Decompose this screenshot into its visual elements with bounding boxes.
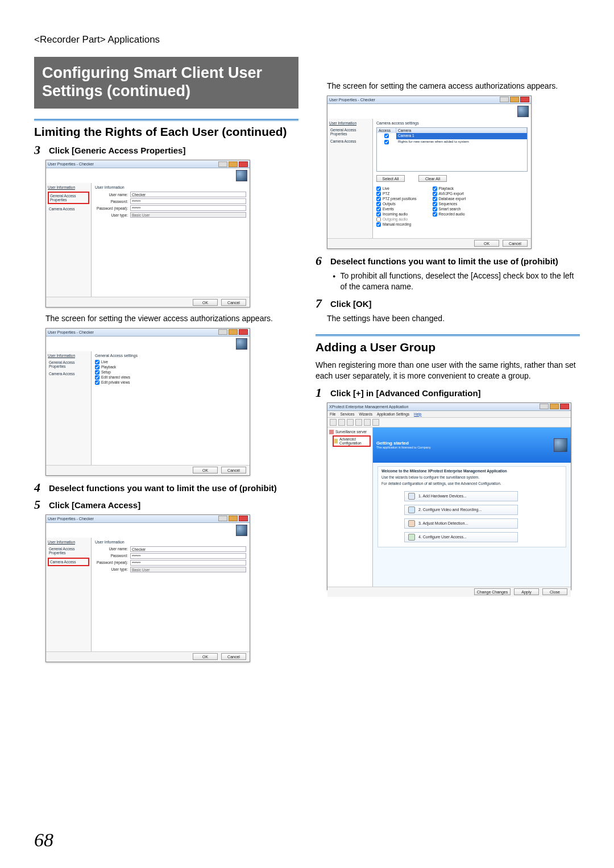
select-all-button[interactable]: Select All xyxy=(376,175,405,182)
checkbox-sequences[interactable]: Sequences xyxy=(433,202,466,206)
password-field[interactable]: ****** xyxy=(130,553,246,559)
checkbox-smart-search[interactable]: Smart search xyxy=(433,207,466,211)
sidebar-item-user-info[interactable]: User Information xyxy=(48,354,89,358)
tree-node-server[interactable]: Surveillance server xyxy=(329,430,371,434)
window-maximize-icon[interactable] xyxy=(510,97,519,102)
checkbox-live[interactable]: Live xyxy=(95,360,246,364)
sidebar-item-generic[interactable]: General Access Properties xyxy=(48,192,89,204)
sidebar-item-generic[interactable]: General Access Properties xyxy=(48,360,89,369)
wizard-configure-video[interactable]: 2. Configure Video and Recording... xyxy=(404,505,518,515)
sidebar-item-generic[interactable]: General Access Properties xyxy=(48,546,89,555)
window-minimize-icon[interactable] xyxy=(500,97,509,102)
toolbar-icon[interactable] xyxy=(347,419,354,426)
menu-services[interactable]: Services xyxy=(340,412,354,416)
checkbox-edit-private[interactable]: Edit private views xyxy=(95,380,246,385)
wizard-add-hardware[interactable]: 1. Add Hardware Devices... xyxy=(404,491,518,501)
menu-file[interactable]: File xyxy=(330,412,335,416)
checkbox-db-export[interactable]: Database export xyxy=(433,197,466,201)
menu-app-settings[interactable]: Application Settings xyxy=(377,412,409,416)
sidebar-item-camera[interactable]: Camera Access xyxy=(48,206,89,211)
toolbar-icon[interactable] xyxy=(338,419,345,426)
apply-button[interactable]: Apply xyxy=(514,588,539,595)
label-password-repeat: Password (repeat): xyxy=(95,206,128,210)
checkbox-edit-shared[interactable]: Edit shared views xyxy=(95,375,246,380)
cancel-button[interactable]: Cancel xyxy=(503,240,528,247)
password-repeat-field[interactable]: ****** xyxy=(130,560,246,566)
label-usertype: User type: xyxy=(95,567,128,571)
usertype-field[interactable]: Basic User xyxy=(130,567,246,572)
window-maximize-icon[interactable] xyxy=(229,161,238,167)
ok-button[interactable]: OK xyxy=(474,240,499,247)
window-maximize-icon[interactable] xyxy=(229,516,238,521)
screenshot-camera-access-settings: User Properties - Checker User Informati… xyxy=(327,95,532,249)
checkbox-recorded-audio[interactable]: Recorded audio xyxy=(433,212,466,217)
checkbox-incoming-audio[interactable]: Incoming audio xyxy=(376,212,417,217)
username-field[interactable]: Checker xyxy=(130,546,246,552)
toolbar-icon[interactable] xyxy=(355,419,362,426)
window-maximize-icon[interactable] xyxy=(550,404,559,409)
usertype-field[interactable]: Basic User xyxy=(130,212,246,218)
sidebar-item-user-info[interactable]: User Information xyxy=(48,540,89,544)
ok-button[interactable]: OK xyxy=(193,653,218,660)
checkbox-outputs[interactable]: Outputs xyxy=(376,202,417,206)
checkbox-ptz-preset[interactable]: PTZ preset positions xyxy=(376,197,417,201)
window-close-icon[interactable] xyxy=(520,97,529,102)
close-button[interactable]: Close xyxy=(542,588,567,595)
clear-all-button[interactable]: Clear All xyxy=(418,175,447,182)
checkbox-setup[interactable]: Setup xyxy=(95,370,246,375)
wizard-configure-user-access[interactable]: 4. Configure User Access... xyxy=(404,532,518,542)
window-close-icon[interactable] xyxy=(239,516,248,521)
ok-button[interactable]: OK xyxy=(193,467,218,474)
checkbox-playback[interactable]: Playback xyxy=(433,186,466,191)
tree-node-advanced-config[interactable]: Advanced Configuration xyxy=(333,435,371,447)
label-username: User name: xyxy=(95,193,128,197)
toolbar-icon[interactable] xyxy=(364,419,371,426)
cancel-button[interactable]: Cancel xyxy=(221,653,246,660)
toolbar-icon[interactable] xyxy=(330,419,337,426)
left-column: Configuring Smart Client User Settings (… xyxy=(34,57,298,668)
row-checkbox[interactable] xyxy=(384,134,389,138)
window-close-icon[interactable] xyxy=(239,161,248,167)
username-field[interactable]: Checker xyxy=(130,192,246,197)
video-icon xyxy=(408,506,415,513)
step-1: 1 Click [+] in [Advanced Configuration] xyxy=(316,387,580,399)
toolbar-icon[interactable] xyxy=(372,419,379,426)
checkbox-live[interactable]: Live xyxy=(376,186,417,191)
sidebar-item-generic[interactable]: General Access Properties xyxy=(329,127,371,136)
password-field[interactable]: ****** xyxy=(130,198,246,204)
checkbox-outgoing-audio[interactable]: Outgoing audio xyxy=(376,217,417,222)
cancel-button[interactable]: Cancel xyxy=(221,299,246,306)
sidebar-item-camera[interactable]: Camera Access xyxy=(48,371,89,376)
window-minimize-icon[interactable] xyxy=(218,329,227,335)
screenshot-management-application: XProtect Enterprise Management Applicati… xyxy=(327,402,571,590)
sidebar-item-camera[interactable]: Camera Access xyxy=(48,558,89,566)
window-minimize-icon[interactable] xyxy=(540,404,549,409)
menu-help[interactable]: Help xyxy=(414,412,421,416)
cancel-button[interactable]: Cancel xyxy=(221,467,246,474)
window-close-icon[interactable] xyxy=(239,329,248,335)
step-label: Click [+] in [Advanced Configuration] xyxy=(330,387,481,399)
step-3: 3 Click [Generic Access Properties] xyxy=(34,144,298,156)
checkbox-avi-jpg[interactable]: AVI/JPG export xyxy=(433,192,466,196)
checkbox-ptz[interactable]: PTZ xyxy=(376,192,417,196)
change-button[interactable]: Change Changes xyxy=(474,588,511,595)
checkbox-manual-recording[interactable]: Manual recording xyxy=(376,222,417,227)
sidebar-item-user-info[interactable]: User Information xyxy=(329,121,371,125)
window-minimize-icon[interactable] xyxy=(218,161,227,167)
checkbox-playback[interactable]: Playback xyxy=(95,365,246,369)
wizard-adjust-motion[interactable]: 3. Adjust Motion Detection... xyxy=(404,518,518,529)
window-maximize-icon[interactable] xyxy=(229,329,238,335)
sidebar-item-user-info[interactable]: User Information xyxy=(48,185,89,189)
table-row[interactable]: Rights for new cameras when added to sys… xyxy=(377,139,527,146)
table-row[interactable]: Camera 1 xyxy=(377,133,527,139)
password-repeat-field[interactable]: ****** xyxy=(130,205,246,211)
caption-camera-auth: The screen for setting the camera access… xyxy=(327,81,580,92)
window-minimize-icon[interactable] xyxy=(218,516,227,521)
menu-wizards[interactable]: Wizards xyxy=(359,412,372,416)
ok-button[interactable]: OK xyxy=(193,299,218,306)
menu-bar[interactable]: File Services Wizards Application Settin… xyxy=(327,411,571,418)
window-close-icon[interactable] xyxy=(560,404,569,409)
row-checkbox[interactable] xyxy=(384,140,389,144)
sidebar-item-camera[interactable]: Camera Access xyxy=(329,139,371,144)
checkbox-events[interactable]: Events xyxy=(376,207,417,211)
